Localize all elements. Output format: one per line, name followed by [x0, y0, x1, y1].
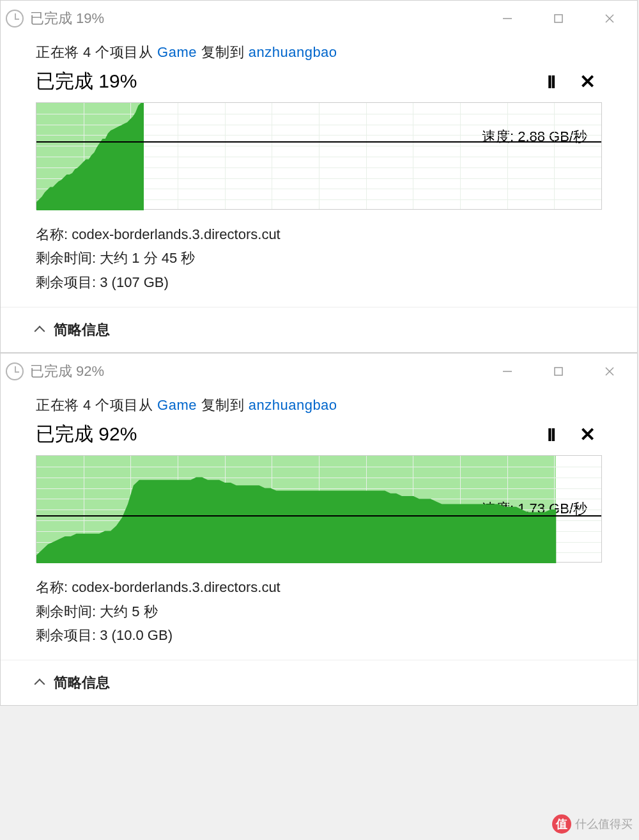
chevron-up-icon — [35, 326, 45, 337]
cancel-button[interactable]: ✕ — [580, 425, 596, 444]
copy-description: 正在将 4 个项目从 Game 复制到 anzhuangbao — [36, 396, 602, 415]
file-name-row: 名称: codex-borderlands.3.directors.cut — [36, 222, 602, 246]
progress-status: 已完成 19% — [36, 68, 137, 95]
dest-link[interactable]: anzhuangbao — [249, 397, 337, 413]
details-toggle[interactable]: 简略信息 — [1, 307, 637, 352]
cancel-button[interactable]: ✕ — [580, 72, 596, 91]
file-name-row: 名称: codex-borderlands.3.directors.cut — [36, 575, 602, 599]
source-link[interactable]: Game — [157, 44, 197, 60]
close-button[interactable] — [597, 359, 622, 384]
copy-dialog: 已完成 19% 正在将 4 个项目从 Game 复制到 anzhuangbao … — [0, 0, 638, 353]
maximize-button[interactable] — [546, 6, 571, 31]
svg-rect-1 — [555, 15, 562, 22]
time-remaining-row: 剩余时间: 大约 1 分 45 秒 — [36, 246, 602, 270]
pause-button[interactable]: II — [547, 425, 554, 444]
copy-dialog: 已完成 92% 正在将 4 个项目从 Game 复制到 anzhuangbao … — [0, 353, 638, 706]
minimize-button[interactable] — [495, 359, 520, 384]
titlebar: 已完成 19% — [1, 1, 637, 36]
svg-rect-6 — [555, 368, 562, 375]
pause-button[interactable]: II — [547, 72, 554, 91]
time-remaining-row: 剩余时间: 大约 5 秒 — [36, 600, 602, 623]
window-title: 已完成 19% — [30, 9, 495, 28]
items-remaining-row: 剩余项目: 3 (10.0 GB) — [36, 623, 602, 647]
svg-marker-9 — [36, 478, 556, 563]
close-button[interactable] — [597, 6, 622, 31]
chevron-up-icon — [35, 679, 45, 690]
titlebar: 已完成 92% — [1, 354, 637, 389]
clock-icon — [6, 10, 24, 27]
window-title: 已完成 92% — [30, 362, 495, 381]
details-toggle[interactable]: 简略信息 — [1, 660, 637, 705]
speed-chart: 速度: 2.88 GB/秒 — [36, 102, 602, 210]
minimize-button[interactable] — [495, 6, 520, 31]
items-remaining-row: 剩余项目: 3 (107 GB) — [36, 270, 602, 294]
maximize-button[interactable] — [546, 359, 571, 384]
progress-status: 已完成 92% — [36, 421, 137, 447]
dest-link[interactable]: anzhuangbao — [249, 44, 337, 60]
speed-chart: 速度: 1.73 GB/秒 — [36, 455, 602, 563]
clock-icon — [6, 362, 24, 380]
source-link[interactable]: Game — [157, 397, 197, 413]
svg-marker-4 — [36, 103, 144, 210]
copy-description: 正在将 4 个项目从 Game 复制到 anzhuangbao — [36, 43, 602, 62]
